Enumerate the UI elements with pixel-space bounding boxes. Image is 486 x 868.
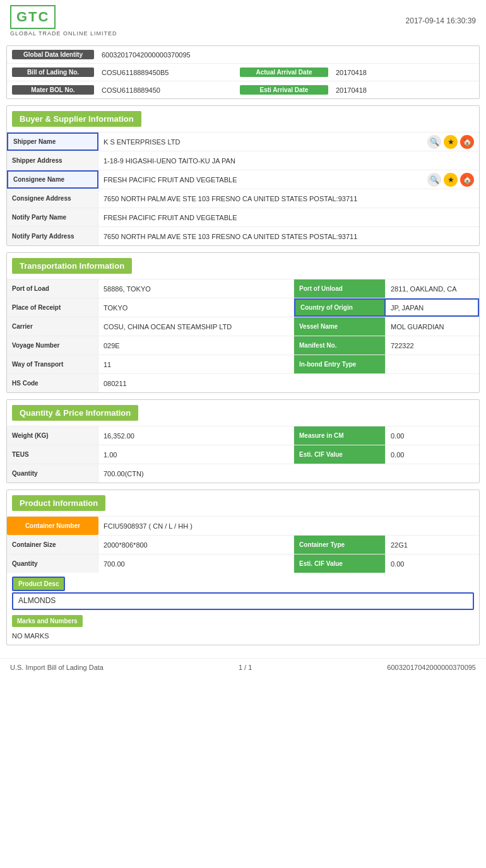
carrier-row: Carrier COSU, CHINA OCEAN STEAMSHIP LTD … — [7, 317, 479, 336]
product-esti-cif-right: Esti. CIF Value 0.00 — [293, 554, 479, 573]
logo-sub: GLOBAL TRADE ONLINE LIMITED — [10, 30, 117, 37]
esti-cif-value-label: Esti. CIF Value — [294, 445, 386, 464]
shipper-address-label: Shipper Address — [7, 151, 98, 170]
search-icon[interactable]: 🔍 — [427, 135, 441, 149]
page-header: GTC GLOBAL TRADE ONLINE LIMITED 2017-09-… — [0, 0, 486, 42]
master-bol-label: Mater BOL No. — [12, 85, 94, 95]
container-size-row: Container Size 2000*806*800 Container Ty… — [7, 535, 479, 554]
weight-kg-label: Weight (KG) — [7, 426, 98, 445]
teus-row: TEUS 1.00 Esti. CIF Value 0.00 — [7, 445, 479, 464]
bill-of-lading-label: Bill of Lading No. — [12, 67, 94, 77]
product-desc-value: ALMONDS — [12, 592, 474, 610]
quantity-price-title: Quantity & Price Information — [12, 405, 138, 421]
notify-party-address-row: Notify Party Address 7650 NORTH PALM AVE… — [7, 226, 479, 245]
vessel-name-label: Vessel Name — [294, 317, 386, 336]
global-data-identity-row: Global Data Identity 6003201704200000037… — [7, 46, 479, 64]
master-bol-value: COSU6118889450 — [94, 86, 240, 94]
consignee-address-row: Consignee Address 7650 NORTH PALM AVE ST… — [7, 189, 479, 208]
notify-party-address-value: 7650 NORTH PALM AVE STE 103 FRESNO CA UN… — [98, 227, 479, 245]
place-receipt-row: Place of Receipt TOKYO Country of Origin… — [7, 298, 479, 317]
port-of-unload-value: 2811, OAKLAND, CA — [386, 279, 479, 298]
page-footer: U.S. Import Bill of Lading Data 1 / 1 60… — [0, 658, 486, 676]
carrier-label: Carrier — [7, 317, 98, 336]
shipper-address-value: 1-18-9 HIGASHI-UENO TAITO-KU JA PAN — [98, 151, 479, 170]
place-of-receipt-value: TOKYO — [98, 298, 293, 317]
quantity-price-card: Quantity & Price Information Weight (KG)… — [6, 399, 480, 483]
in-bond-entry-value — [386, 355, 479, 373]
shipper-icons: 🔍 ★ 🏠 — [427, 132, 479, 151]
esti-arrival-date-value: 20170418 — [328, 86, 474, 94]
quantity-label: Quantity — [7, 464, 98, 483]
port-of-load-label: Port of Load — [7, 279, 98, 298]
logo-area: GTC GLOBAL TRADE ONLINE LIMITED — [10, 5, 117, 37]
footer-left: U.S. Import Bill of Lading Data — [10, 664, 104, 671]
notify-party-name-label: Notify Party Name — [7, 208, 98, 226]
home-icon[interactable]: 🏠 — [460, 135, 474, 149]
measure-in-cm-label: Measure in CM — [294, 426, 386, 445]
footer-right: 60032017042000000370095 — [387, 664, 476, 671]
product-esti-cif-label: Esti. CIF Value — [294, 554, 386, 573]
shipper-address-row: Shipper Address 1-18-9 HIGASHI-UENO TAIT… — [7, 151, 479, 170]
manifest-no-value: 722322 — [386, 336, 479, 355]
country-of-origin-right: Country of Origin JP, JAPAN — [293, 298, 479, 317]
container-type-right: Container Type 22G1 — [293, 536, 479, 554]
voyage-number-row: Voyage Number 029E Manifest No. 722322 — [7, 336, 479, 355]
product-desc-label: Product Desc — [12, 577, 65, 591]
actual-arrival-date-value: 20170418 — [328, 69, 474, 76]
top-info-card: Global Data Identity 6003201704200000037… — [6, 45, 480, 99]
consignee-name-label: Consignee Name — [7, 170, 98, 189]
consignee-name-value: FRESH PACIFIC FRUIT AND VEGETABLE — [98, 170, 427, 189]
consignee-star-icon[interactable]: ★ — [444, 173, 458, 187]
transportation-title: Transportation Information — [12, 258, 132, 274]
notify-party-name-row: Notify Party Name FRESH PACIFIC FRUIT AN… — [7, 208, 479, 226]
way-of-transport-row: Way of Transport 11 In-bond Entry Type — [7, 355, 479, 373]
logo-box: GTC — [10, 5, 56, 29]
hs-code-value: 080211 — [98, 374, 479, 392]
voyage-number-value: 029E — [98, 336, 293, 355]
shipper-name-label: Shipper Name — [7, 132, 98, 151]
quantity-value: 700.00(CTN) — [98, 464, 479, 483]
transportation-card: Transportation Information Port of Load … — [6, 252, 480, 393]
marks-numbers-label: Marks and Numbers — [12, 615, 83, 627]
container-number-row: Container Number FCIU5908937 ( CN / L / … — [7, 516, 479, 535]
place-of-receipt-label: Place of Receipt — [7, 298, 98, 317]
timestamp: 2017-09-14 16:30:39 — [406, 16, 476, 25]
star-icon[interactable]: ★ — [444, 135, 458, 149]
weight-kg-value: 16,352.00 — [98, 426, 293, 445]
notify-party-address-label: Notify Party Address — [7, 227, 98, 245]
hs-code-label: HS Code — [7, 374, 98, 392]
port-load-row: Port of Load 58886, TOKYO Port of Unload… — [7, 279, 479, 298]
esti-cif-value-value: 0.00 — [386, 445, 479, 464]
marks-numbers-area: Marks and Numbers NO MARKS — [7, 613, 479, 645]
shipper-name-row: Shipper Name K S ENTERPRISES LTD 🔍 ★ 🏠 — [7, 132, 479, 151]
country-of-origin-label: Country of Origin — [294, 298, 386, 317]
global-data-identity-label: Global Data Identity — [12, 50, 94, 59]
consignee-address-value: 7650 NORTH PALM AVE STE 103 FRESNO CA UN… — [98, 189, 479, 208]
master-bol-row: Mater BOL No. COSU6118889450 Esti Arriva… — [7, 81, 479, 98]
esti-arrival-date-label: Esti Arrival Date — [240, 85, 328, 95]
global-data-identity-value: 60032017042000000370095 — [94, 51, 474, 59]
container-type-value: 22G1 — [386, 536, 479, 554]
product-desc-area: Product Desc ALMONDS — [7, 573, 479, 610]
teus-value: 1.00 — [98, 445, 293, 464]
consignee-home-icon[interactable]: 🏠 — [460, 173, 474, 187]
voyage-number-label: Voyage Number — [7, 336, 98, 355]
hs-code-row: HS Code 080211 — [7, 373, 479, 392]
product-info-card: Product Information Container Number FCI… — [6, 490, 480, 645]
shipper-name-value: K S ENTERPRISES LTD — [98, 132, 427, 151]
container-size-label: Container Size — [7, 536, 98, 554]
carrier-value: COSU, CHINA OCEAN STEAMSHIP LTD — [98, 317, 293, 336]
consignee-search-icon[interactable]: 🔍 — [427, 173, 441, 187]
footer-center: 1 / 1 — [239, 664, 252, 671]
manifest-no-right: Manifest No. 722322 — [293, 336, 479, 355]
product-info-title: Product Information — [12, 495, 105, 511]
bill-of-lading-row: Bill of Lading No. COSU6118889450B5 Actu… — [7, 64, 479, 81]
consignee-name-row: Consignee Name FRESH PACIFIC FRUIT AND V… — [7, 170, 479, 189]
vessel-name-value: MOL GUARDIAN — [386, 317, 479, 336]
consignee-icons: 🔍 ★ 🏠 — [427, 170, 479, 189]
port-of-unload-label: Port of Unload — [294, 279, 386, 298]
quantity-row: Quantity 700.00(CTN) — [7, 464, 479, 483]
consignee-address-label: Consignee Address — [7, 189, 98, 208]
logo-main: GTC — [16, 9, 49, 25]
weight-row: Weight (KG) 16,352.00 Measure in CM 0.00 — [7, 426, 479, 445]
